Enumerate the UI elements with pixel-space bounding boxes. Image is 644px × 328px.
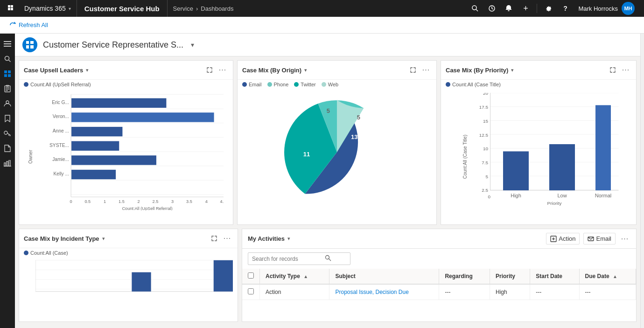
sidebar-dashboard-icon[interactable] [1, 67, 14, 80]
sidebar-search-icon[interactable] [1, 52, 14, 65]
case-mix-incident-card: Case Mix by Incident Type ▾ ··· [19, 229, 238, 322]
svg-rect-41 [71, 98, 166, 108]
svg-rect-28 [26, 41, 29, 44]
svg-rect-46 [71, 170, 116, 179]
svg-point-10 [5, 56, 9, 60]
search-input-wrap[interactable] [248, 252, 350, 265]
activities-table: Activity Type ▲ Subject Regarding [242, 269, 636, 300]
activities-chevron[interactable]: ▾ [287, 236, 290, 242]
chart-more-origin[interactable]: ··· [420, 64, 432, 76]
breadcrumb-service[interactable]: Service [173, 5, 193, 12]
chart-expand-upsell[interactable] [204, 64, 215, 76]
svg-text:Kelly ...: Kelly ... [54, 171, 69, 176]
clock-icon[interactable] [484, 1, 499, 16]
svg-line-112 [329, 259, 331, 261]
svg-point-4 [472, 6, 476, 10]
svg-rect-106 [214, 260, 233, 292]
sub-toolbar: Refresh All [0, 17, 644, 34]
chart-title-origin: Case Mix (By Origin) [242, 67, 301, 74]
chart-chevron-origin[interactable]: ▾ [304, 67, 307, 73]
activities-actions: Action Email ··· [546, 233, 630, 244]
chart-expand-priority[interactable] [607, 64, 618, 76]
grid-menu-icon[interactable] [4, 5, 19, 12]
svg-text:1.5: 1.5 [119, 199, 125, 204]
svg-text:1: 1 [104, 199, 106, 204]
chart-header-origin: Case Mix (By Origin) ▾ ··· [238, 61, 436, 80]
svg-rect-0 [8, 5, 10, 7]
case-upsell-leaders-card: Case Upsell Leaders ▾ ··· [19, 60, 233, 225]
dashboard-chevron[interactable]: ▾ [191, 41, 194, 49]
chart-more-priority[interactable]: ··· [620, 64, 631, 76]
row-checkbox[interactable] [242, 284, 260, 300]
svg-point-111 [326, 256, 329, 259]
svg-rect-29 [30, 41, 34, 44]
col-priority[interactable]: Priority [490, 269, 530, 284]
refresh-all-button[interactable]: Refresh All [6, 20, 52, 30]
search-input[interactable] [252, 256, 322, 262]
activities-email-button[interactable]: Email [583, 233, 616, 244]
svg-line-11 [8, 60, 10, 62]
svg-text:11: 11 [303, 151, 310, 158]
search-icon[interactable] [468, 1, 483, 16]
row-subject[interactable]: Proposal Issue, Decision Due [329, 284, 439, 300]
svg-text:2: 2 [138, 199, 140, 204]
svg-point-20 [6, 101, 9, 104]
activities-more-button[interactable]: ··· [619, 233, 630, 244]
chart-expand-origin[interactable] [407, 64, 419, 76]
plus-icon[interactable]: + [518, 1, 533, 16]
sidebar-cases-icon[interactable] [1, 82, 14, 95]
brand-dynamics[interactable]: Dynamics 365 ▾ [19, 0, 77, 17]
chart-more-upsell[interactable]: ··· [217, 64, 228, 76]
dashboard-title: Customer Service Representative S... [43, 40, 183, 50]
nav-icons: + ? [468, 1, 573, 16]
right-scrollbar[interactable] [640, 34, 644, 328]
svg-text:15: 15 [483, 119, 489, 124]
breadcrumb: Service › Dashboards [168, 5, 239, 12]
sidebar-chart-icon[interactable] [1, 157, 14, 170]
col-start-date[interactable]: Start Date [530, 269, 579, 284]
select-all-checkbox[interactable] [248, 272, 254, 279]
sidebar-doc-icon[interactable] [1, 142, 14, 155]
chart-title-incident: Case Mix by Incident Type [24, 235, 99, 242]
sidebar-people-icon[interactable] [1, 97, 14, 110]
svg-text:Anne ...: Anne ... [53, 128, 69, 133]
row-activity-type: Action [260, 284, 329, 300]
chart-header-incident: Case Mix by Incident Type ▾ ··· [19, 229, 238, 248]
chart-header-priority: Case Mix (By Priority) ▾ ··· [441, 61, 636, 80]
chart-chevron-upsell[interactable]: ▾ [86, 67, 89, 73]
col-due-date[interactable]: Due Date ▲ [579, 269, 636, 284]
svg-rect-26 [9, 160, 10, 166]
svg-text:Eric G...: Eric G... [52, 100, 69, 105]
bell-icon[interactable] [501, 1, 516, 16]
activities-action-button[interactable]: Action [546, 233, 580, 244]
activities-card: My Activities ▾ Action [242, 229, 637, 322]
legend-label-upsell: Count:All (UpSell Referral) [30, 82, 91, 87]
col-activity-type[interactable]: Activity Type ▲ [260, 269, 329, 284]
svg-text:SYSTE...: SYSTE... [49, 143, 69, 148]
col-regarding[interactable]: Regarding [439, 269, 490, 284]
gear-icon[interactable] [541, 1, 556, 16]
breadcrumb-dashboards[interactable]: Dashboards [201, 5, 233, 12]
activities-title: My Activities [248, 235, 285, 242]
row-start-date: --- [530, 284, 579, 300]
sidebar-bookmark-icon[interactable] [1, 112, 14, 125]
legend-label-priority: Count:All (Case Title) [452, 82, 501, 87]
svg-text:10: 10 [483, 146, 489, 151]
col-subject[interactable]: Subject [329, 269, 439, 284]
svg-rect-1 [11, 5, 13, 7]
svg-text:17.5: 17.5 [479, 105, 489, 110]
chart-more-incident[interactable]: ··· [222, 233, 233, 244]
svg-rect-44 [71, 141, 119, 151]
chart-expand-incident[interactable] [209, 233, 220, 244]
svg-text:Veron...: Veron... [53, 114, 69, 119]
svg-rect-43 [71, 127, 122, 136]
help-icon[interactable]: ? [558, 1, 573, 16]
chart-title-upsell: Case Upsell Leaders [24, 67, 83, 74]
sidebar-key-icon[interactable] [1, 127, 14, 140]
svg-rect-30 [26, 45, 29, 49]
sidebar-hamburger[interactable] [1, 37, 14, 50]
chart-chevron-incident[interactable]: ▾ [102, 236, 105, 242]
chart-chevron-priority[interactable]: ▾ [511, 67, 514, 73]
search-bar [242, 249, 636, 269]
user-menu[interactable]: Mark Horrocks MH [573, 2, 640, 15]
